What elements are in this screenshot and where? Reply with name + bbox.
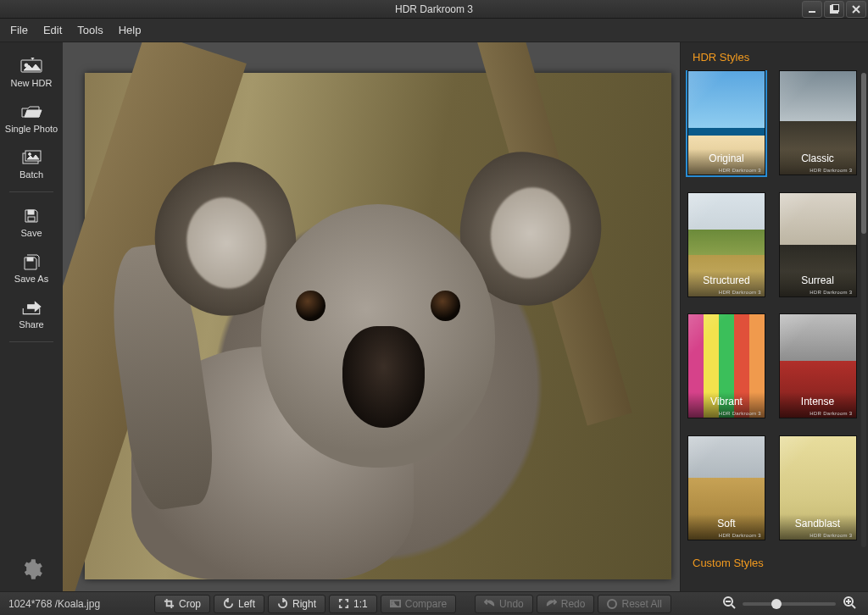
svg-text:+: + [31, 58, 34, 60]
fit-icon [338, 598, 349, 609]
share-icon [19, 299, 43, 316]
save-as-button[interactable]: Save As [0, 247, 63, 292]
zoom-slider[interactable] [743, 602, 836, 606]
style-thumb-intense[interactable]: IntenseHDR Darkroom 3 [779, 313, 857, 418]
settings-button[interactable] [19, 557, 43, 581]
folder-open-icon [19, 103, 43, 120]
undo-icon [484, 598, 495, 609]
thumb-subtitle: HDR Darkroom 3 [810, 411, 852, 416]
save-icon [19, 208, 43, 224]
scrollbar-thumb[interactable] [861, 73, 866, 234]
gear-icon [19, 557, 43, 581]
menu-file[interactable]: File [10, 24, 28, 36]
svg-line-17 [732, 605, 735, 608]
title-bar: HDR Darkroom 3 [0, 0, 868, 19]
status-bar: 1024*768 /Koala.jpg Crop Left Right 1:1 … [0, 591, 868, 615]
menu-bar: File Edit Tools Help [0, 19, 868, 42]
thumb-subtitle: HDR Darkroom 3 [810, 533, 852, 538]
reset-all-button[interactable]: Reset All [598, 595, 670, 613]
zoom-controls [722, 596, 860, 612]
style-thumb-soft[interactable]: SoftHDR Darkroom 3 [687, 435, 765, 540]
menu-edit[interactable]: Edit [43, 24, 62, 36]
compare-icon [390, 598, 401, 609]
zoom-in-button[interactable] [843, 596, 856, 612]
single-photo-label: Single Photo [5, 124, 58, 134]
rotate-left-icon [223, 598, 234, 609]
undo-button[interactable]: Undo [475, 595, 533, 613]
one-to-one-button[interactable]: 1:1 [329, 595, 377, 613]
window-title: HDR Darkroom 3 [395, 3, 473, 15]
thumb-subtitle: HDR Darkroom 3 [719, 411, 761, 416]
svg-rect-2 [832, 4, 839, 11]
style-thumb-sandblast[interactable]: SandblastHDR Darkroom 3 [779, 435, 857, 540]
style-thumb-classic[interactable]: ClassicHDR Darkroom 3 [779, 70, 857, 175]
save-as-icon [19, 253, 43, 270]
style-thumbnails: OriginalHDR Darkroom 3ClassicHDR Darkroo… [681, 70, 868, 548]
new-hdr-label: New HDR [11, 78, 53, 88]
right-panel: HDR Styles OriginalHDR Darkroom 3Classic… [680, 42, 868, 591]
left-sidebar: + New HDR Single Photo Batch Save Save A… [0, 42, 63, 591]
svg-point-10 [29, 153, 31, 156]
save-as-label: Save As [14, 274, 48, 284]
custom-styles-header: Custom Styles [681, 548, 868, 576]
save-label: Save [20, 228, 42, 238]
style-thumb-original[interactable]: OriginalHDR Darkroom 3 [687, 70, 765, 175]
share-label: Share [19, 319, 43, 330]
reset-icon [607, 599, 617, 609]
thumb-subtitle: HDR Darkroom 3 [719, 168, 761, 173]
style-thumb-structured[interactable]: StructuredHDR Darkroom 3 [687, 192, 765, 297]
minimize-button[interactable] [802, 1, 822, 18]
thumb-subtitle: HDR Darkroom 3 [719, 533, 761, 538]
rotate-left-button[interactable]: Left [214, 595, 264, 613]
styles-scrollbar[interactable] [861, 73, 866, 547]
svg-line-20 [852, 605, 855, 608]
svg-rect-11 [28, 210, 34, 214]
thumb-subtitle: HDR Darkroom 3 [810, 290, 852, 295]
redo-button[interactable]: Redo [537, 595, 595, 613]
share-button[interactable]: Share [0, 292, 63, 338]
svg-rect-12 [28, 217, 35, 221]
single-photo-button[interactable]: Single Photo [0, 97, 63, 142]
photo-frame [85, 73, 671, 579]
batch-icon [19, 149, 43, 166]
zoom-out-button[interactable] [722, 596, 736, 612]
sidebar-separator [9, 191, 53, 192]
redo-icon [546, 598, 557, 609]
menu-help[interactable]: Help [119, 24, 142, 36]
thumb-subtitle: HDR Darkroom 3 [810, 168, 852, 173]
style-thumb-surreal[interactable]: SurrealHDR Darkroom 3 [779, 192, 857, 297]
batch-button[interactable]: Batch [0, 142, 63, 188]
sidebar-separator-2 [9, 341, 53, 342]
crop-button[interactable]: Crop [154, 595, 210, 613]
menu-tools[interactable]: Tools [77, 24, 103, 36]
compare-button[interactable]: Compare [381, 595, 456, 613]
thumb-subtitle: HDR Darkroom 3 [719, 290, 761, 295]
zoom-out-icon [722, 596, 736, 609]
style-thumb-vibrant[interactable]: VibrantHDR Darkroom 3 [687, 313, 765, 418]
image-canvas[interactable] [63, 42, 680, 591]
new-hdr-icon: + [19, 58, 43, 75]
file-info: 1024*768 /Koala.jpg [8, 598, 153, 610]
zoom-slider-knob[interactable] [771, 599, 782, 609]
crop-icon [164, 598, 175, 609]
rotate-right-icon [277, 598, 288, 609]
rotate-right-button[interactable]: Right [268, 595, 326, 613]
photo-content [85, 73, 671, 579]
maximize-button[interactable] [824, 1, 844, 18]
hdr-styles-header: HDR Styles [681, 42, 868, 70]
new-hdr-button[interactable]: + New HDR [0, 51, 63, 97]
close-button[interactable] [846, 1, 866, 18]
zoom-in-icon [843, 596, 856, 609]
save-button[interactable]: Save [0, 201, 63, 247]
svg-rect-13 [27, 258, 33, 261]
batch-label: Batch [19, 169, 43, 180]
